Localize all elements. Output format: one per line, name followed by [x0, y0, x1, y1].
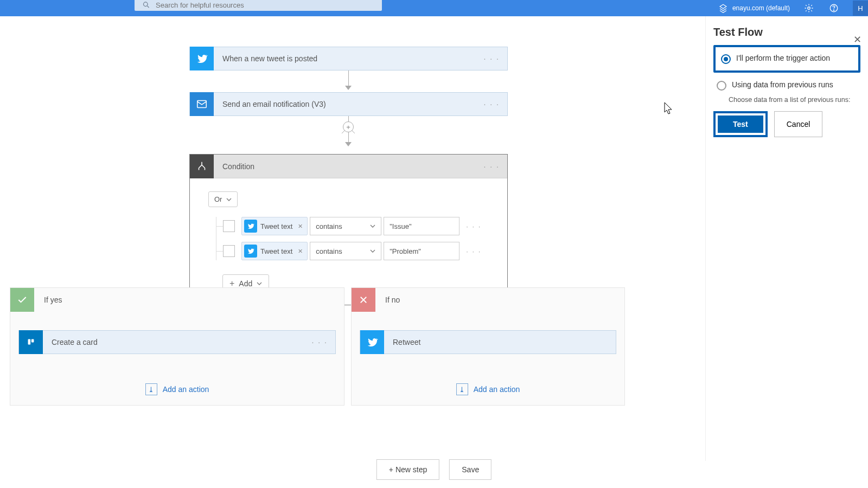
- search-icon: [142, 1, 150, 9]
- mail-icon: [190, 92, 214, 116]
- gear-icon: [804, 3, 814, 13]
- panel-title: Test Flow: [713, 26, 860, 38]
- card-menu-button[interactable]: · · ·: [312, 338, 328, 346]
- no-action-title: Retweet: [384, 338, 420, 346]
- token-label: Tweet text: [260, 247, 292, 255]
- close-panel-button[interactable]: ✕: [853, 34, 861, 46]
- row-checkbox[interactable]: [223, 220, 235, 232]
- test-option-previous-sublabel: Choose data from a list of previous runs…: [729, 96, 860, 104]
- environment-picker[interactable]: enayu.com (default): [718, 3, 790, 13]
- no-action-card[interactable]: Retweet: [360, 330, 616, 354]
- bottom-button-row: + New step Save: [376, 459, 492, 480]
- row-menu-button[interactable]: · · ·: [466, 247, 481, 255]
- test-flow-panel: ✕ Test Flow I'll perform the trigger act…: [705, 16, 868, 461]
- row-menu-button[interactable]: · · ·: [466, 222, 481, 230]
- environment-icon: [718, 3, 728, 13]
- condition-body: Or Tweet text ✕ contains: [190, 178, 507, 305]
- save-button[interactable]: Save: [449, 459, 492, 480]
- twitter-icon: [190, 47, 214, 70]
- chevron-down-icon: [226, 197, 232, 202]
- add-label: Add: [239, 279, 252, 288]
- close-icon: [352, 288, 375, 312]
- value-input[interactable]: "Issue": [384, 217, 459, 235]
- test-option-previous[interactable]: Using data from previous runs: [713, 76, 860, 95]
- trello-icon: [19, 330, 43, 354]
- remove-token-button[interactable]: ✕: [298, 223, 303, 230]
- arrowhead-icon: [345, 86, 352, 90]
- if-no-header[interactable]: If no: [352, 288, 624, 312]
- chevron-down-icon: [370, 223, 375, 229]
- row-checkbox[interactable]: [223, 245, 235, 257]
- connector-arrow-icon: [341, 129, 356, 136]
- svg-point-4: [833, 10, 834, 10]
- condition-title: Condition: [214, 162, 254, 171]
- environment-name: enayu.com (default): [732, 5, 790, 12]
- connector-line: [348, 70, 349, 87]
- new-step-button[interactable]: + New step: [376, 459, 439, 480]
- radio-unselected-icon: [717, 81, 726, 91]
- arrowhead-icon: [345, 142, 352, 146]
- group-operator-label: Or: [214, 195, 222, 203]
- if-yes-title: If yes: [34, 296, 62, 304]
- dynamic-token[interactable]: Tweet text ✕: [241, 242, 308, 260]
- operator-label: contains: [316, 247, 342, 255]
- condition-row: Tweet text ✕ contains "Problem" · · ·: [216, 242, 489, 260]
- card-menu-button[interactable]: · · ·: [484, 54, 500, 63]
- token-label: Tweet text: [260, 222, 292, 230]
- top-header: enayu.com (default) H: [0, 0, 868, 16]
- card-menu-button[interactable]: · · ·: [484, 162, 500, 171]
- trigger-card[interactable]: When a new tweet is posted · · ·: [189, 47, 508, 70]
- radio-selected-icon: [721, 54, 731, 64]
- search-box[interactable]: [135, 0, 382, 11]
- if-no-container: If no Retweet ⤓ Add an action: [351, 287, 625, 406]
- add-action-label: Add an action: [474, 385, 520, 394]
- value-text: "Issue": [390, 222, 411, 230]
- twitter-icon: [244, 245, 257, 258]
- test-option-previous-label: Using data from previous runs: [732, 80, 833, 89]
- add-action-icon: ⤓: [456, 383, 468, 395]
- svg-rect-7: [28, 339, 31, 345]
- help-button[interactable]: [828, 2, 840, 14]
- operator-dropdown[interactable]: contains: [310, 242, 381, 260]
- add-action-icon: ⤓: [145, 383, 157, 395]
- value-text: "Problem": [390, 247, 421, 255]
- operator-dropdown[interactable]: contains: [310, 217, 381, 235]
- condition-card[interactable]: Condition · · · Or Tweet text ✕: [189, 154, 508, 305]
- condition-icon: [190, 155, 214, 178]
- add-action-button[interactable]: ⤓ Add an action: [360, 383, 616, 395]
- cancel-button[interactable]: Cancel: [774, 111, 823, 137]
- group-operator-dropdown[interactable]: Or: [208, 191, 238, 207]
- check-icon: [10, 288, 34, 312]
- test-option-manual-label: I'll perform the trigger action: [736, 54, 830, 62]
- condition-header[interactable]: Condition · · ·: [190, 155, 507, 178]
- email-action-card[interactable]: Send an email notification (V3) · · ·: [189, 92, 508, 116]
- remove-token-button[interactable]: ✕: [298, 248, 303, 255]
- dynamic-token[interactable]: Tweet text ✕: [241, 217, 308, 235]
- add-action-label: Add an action: [163, 385, 209, 394]
- add-action-button[interactable]: ⤓ Add an action: [18, 383, 336, 395]
- twitter-icon: [360, 330, 384, 354]
- card-menu-button[interactable]: · · ·: [484, 100, 500, 108]
- trigger-title: When a new tweet is posted: [214, 54, 317, 63]
- if-yes-container: If yes Create a card · · · ⤓ Add an acti…: [10, 287, 344, 406]
- chevron-down-icon: [257, 281, 262, 286]
- avatar[interactable]: H: [853, 1, 868, 16]
- test-option-manual[interactable]: I'll perform the trigger action: [718, 49, 856, 68]
- svg-line-1: [147, 6, 149, 8]
- search-input[interactable]: [156, 1, 382, 9]
- email-action-title: Send an email notification (V3): [214, 100, 326, 108]
- chevron-down-icon: [370, 248, 375, 254]
- twitter-icon: [244, 220, 257, 233]
- svg-point-2: [808, 7, 810, 10]
- test-button[interactable]: Test: [718, 115, 763, 133]
- condition-row: Tweet text ✕ contains "Issue" · · ·: [216, 217, 489, 235]
- operator-label: contains: [316, 222, 342, 230]
- svg-rect-8: [31, 339, 34, 343]
- yes-action-title: Create a card: [43, 338, 98, 346]
- yes-action-card[interactable]: Create a card · · ·: [18, 330, 336, 354]
- if-no-title: If no: [375, 296, 400, 304]
- settings-button[interactable]: [803, 2, 815, 14]
- value-input[interactable]: "Problem": [384, 242, 459, 260]
- svg-point-0: [144, 2, 148, 7]
- if-yes-header[interactable]: If yes: [10, 288, 344, 312]
